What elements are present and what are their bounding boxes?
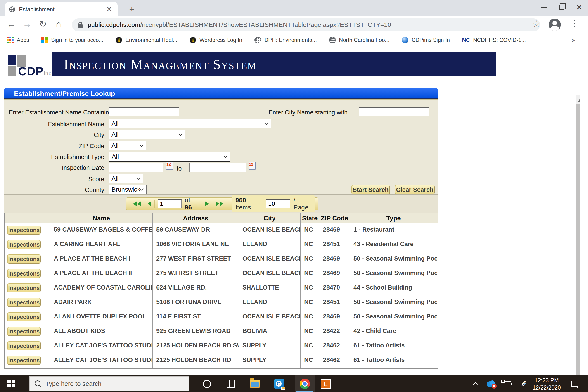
inspections-button[interactable]: Inspections	[7, 226, 41, 234]
minimize-icon	[541, 7, 547, 8]
window-restore-button[interactable]	[553, 0, 570, 14]
establishment-type-select[interactable]: All	[109, 152, 230, 162]
table-header-row: Name Address City State ZIP Code Type	[4, 213, 438, 224]
tray-expand-button[interactable]	[470, 376, 482, 392]
bookmark-wordpress[interactable]: ☣ Wordpress Log In	[189, 37, 242, 44]
clear-search-button[interactable]: Clear Search	[395, 185, 435, 195]
bookmark-apps[interactable]: Apps	[7, 37, 29, 44]
cortana-button[interactable]	[199, 376, 215, 392]
start-button[interactable]	[3, 376, 19, 392]
cell-name: A CARING HEART AFL	[50, 238, 153, 252]
establishment-name-contains-input[interactable]	[109, 108, 179, 116]
bookmarks-overflow-icon[interactable]: »	[572, 36, 575, 44]
chevron-down-icon	[224, 154, 227, 158]
back-button[interactable]: ←	[5, 18, 18, 30]
bookmark-sign-in[interactable]: Sign in to your acco...	[41, 37, 103, 44]
page-content: CDPInc. Inspection Management System Est…	[0, 48, 580, 376]
taskbar-search-box[interactable]: Type here to search	[29, 376, 189, 391]
bookmark-dph[interactable]: DPH: Environmenta...	[254, 37, 317, 44]
chrome-icon	[300, 379, 310, 389]
cell-city: SHALLOTTE	[239, 282, 301, 296]
new-tab-button[interactable]: +	[127, 4, 137, 14]
battery-tray-icon[interactable]	[500, 376, 514, 392]
inspections-button[interactable]: Inspections	[7, 356, 41, 365]
apps-grid-icon	[7, 37, 13, 44]
taskbar-clock[interactable]: 12:23 PM 12/22/2020	[533, 376, 561, 392]
app-l-button[interactable]: L	[318, 376, 334, 392]
inspections-button[interactable]: Inspections	[7, 240, 41, 249]
inspection-date-from-input[interactable]	[109, 163, 163, 172]
address-bar[interactable]: public.cdpehs.com/ncenvpbl/ESTABLISHMENT…	[72, 18, 540, 32]
cell-address: 2125 HOLDEN BEACH RD SW	[153, 339, 239, 354]
calendar-icon[interactable]: 12	[166, 162, 173, 170]
nc-logo-icon: NC	[462, 37, 470, 43]
home-button[interactable]: ⌂	[52, 18, 65, 30]
onedrive-tray-icon[interactable]: ✕	[484, 376, 498, 392]
cell-name: ALLEY CAT JOE'S TATTOO STUDIO	[50, 339, 153, 354]
browser-menu-icon[interactable]: ⋮	[570, 18, 579, 28]
task-view-button[interactable]	[223, 376, 239, 392]
previous-page-button[interactable]	[147, 201, 151, 206]
items-per-page-input[interactable]	[266, 199, 290, 208]
score-select[interactable]: All	[109, 174, 143, 183]
label-establishment-type: Establishment Type	[9, 154, 104, 160]
cell-name: ALL ABOUT KIDS	[50, 325, 153, 339]
last-page-button[interactable]	[215, 201, 223, 206]
next-page-button[interactable]	[205, 201, 209, 206]
bookmarks-bar: Apps Sign in to your acco... ☣ Environme…	[0, 33, 588, 47]
forward-button[interactable]: →	[21, 18, 33, 30]
pen-tray-icon[interactable]: ✎	[517, 376, 530, 392]
bookmark-nc-food[interactable]: North Carolina Foo...	[329, 37, 389, 44]
bookmark-ncdhhs[interactable]: NC NCDHHS: COVID-1...	[462, 37, 526, 43]
page-number-input[interactable]	[158, 199, 182, 208]
reload-button[interactable]: ↻	[37, 18, 49, 30]
chrome-button[interactable]	[295, 376, 315, 392]
start-search-button[interactable]: Start Search	[351, 185, 390, 195]
zip-select[interactable]: All	[109, 141, 146, 150]
table-row: InspectionsA PLACE AT THE BEACH II275 W.…	[4, 267, 438, 282]
cell-zip: 28451	[319, 238, 350, 252]
tab-close-icon[interactable]: ✕	[105, 6, 113, 13]
inspection-date-to-input[interactable]	[189, 163, 246, 172]
scroll-up-icon[interactable]	[578, 98, 580, 102]
county-select[interactable]: Brunswick	[109, 185, 146, 194]
inspections-button[interactable]: Inspections	[7, 327, 41, 336]
cell-zip: 28469	[319, 224, 350, 238]
outlook-button[interactable]: O	[271, 376, 287, 392]
window-minimize-button[interactable]	[535, 0, 553, 14]
establishment-name-select[interactable]: All	[109, 119, 271, 128]
inspections-button[interactable]: Inspections	[7, 284, 41, 292]
first-page-button[interactable]	[133, 201, 141, 206]
cell-address: 59 CAUSEWAY DR	[153, 224, 239, 238]
bookmark-star-icon[interactable]: ☆	[532, 18, 541, 29]
city-select[interactable]: All	[109, 130, 185, 139]
cell-state: NC	[301, 252, 319, 267]
inspections-button[interactable]: Inspections	[7, 341, 41, 350]
profile-avatar[interactable]	[549, 18, 561, 31]
tab-favicon-globe-icon	[9, 6, 15, 12]
cell-address: 275 W.FIRST STREET	[153, 267, 239, 281]
lock-icon[interactable]	[78, 22, 83, 28]
inspections-button[interactable]: Inspections	[7, 298, 41, 307]
scrollbar-thumb[interactable]	[576, 104, 580, 376]
inspections-button[interactable]: Inspections	[7, 254, 41, 264]
inspections-button[interactable]: Inspections	[7, 312, 41, 322]
city-name-starts-input[interactable]	[359, 108, 429, 116]
chevron-down-icon	[136, 176, 140, 180]
calendar-icon[interactable]: 12	[249, 162, 256, 170]
header-city: City	[239, 213, 301, 223]
window-close-button[interactable]: ×	[570, 0, 588, 14]
browser-tab[interactable]: Establishment ✕	[5, 2, 118, 16]
inspections-button[interactable]: Inspections	[7, 269, 41, 278]
cell-state: NC	[301, 339, 319, 354]
label-county: County	[9, 186, 104, 194]
bookmark-environmental-health[interactable]: ☣ Environmental Heal...	[115, 37, 177, 44]
file-explorer-button[interactable]	[247, 376, 263, 392]
page-scrollbar[interactable]	[576, 96, 580, 376]
inspections-cell: Inspections	[4, 252, 50, 267]
cell-zip: 28462	[319, 354, 350, 368]
screen: Establishment ✕ + × ← → ↻ ⌂ public.cdpeh…	[0, 0, 588, 392]
table-row: InspectionsALL ABOUT KIDS925 GREEN LEWIS…	[4, 325, 438, 339]
bookmark-cdpims[interactable]: CDPims Sign In	[402, 37, 450, 44]
action-center-button[interactable]	[567, 376, 583, 392]
